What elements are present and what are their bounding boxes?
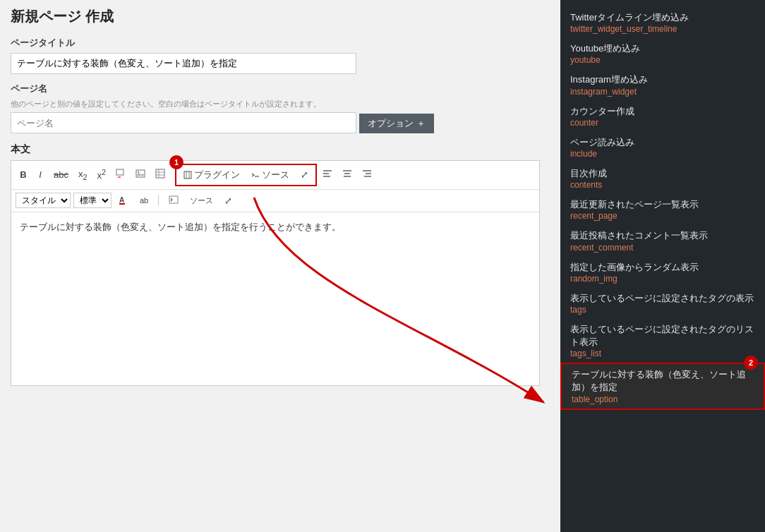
- sidebar-item-recent-page[interactable]: 最近更新されたページ一覧表示 recent_page: [560, 194, 765, 225]
- sidebar-item-counter[interactable]: カウンター作成 counter: [560, 101, 765, 132]
- editor-text: テーブルに対する装飾（色変え、ソート追加）を指定を行うことができます。: [20, 222, 341, 232]
- sidebar-item-code: youtube: [570, 55, 755, 65]
- sidebar-item-code: table_option: [572, 394, 754, 404]
- align-left-button[interactable]: [318, 167, 337, 182]
- sidebar-item-tags[interactable]: 表示しているページに設定されたタグの表示 tags: [560, 288, 765, 319]
- sidebar-item-code: instagram_widget: [570, 87, 755, 97]
- options-label: オプション: [368, 117, 414, 130]
- page-name-input[interactable]: [11, 112, 356, 133]
- italic-button[interactable]: I: [32, 167, 48, 182]
- sidebar-item-twitter[interactable]: Twitterタイムライン埋め込み twitter_widget_user_ti…: [560, 7, 765, 38]
- sidebar-item-include[interactable]: ページ読み込み include: [560, 132, 765, 163]
- sidebar-item-code: contents: [570, 180, 755, 190]
- media-button[interactable]: [151, 167, 169, 183]
- sidebar-item-title: 最近投稿されたコメント一覧表示: [570, 229, 755, 242]
- annotation-badge-1: 1: [169, 155, 183, 169]
- page-name-label: ページ名: [11, 83, 550, 95]
- page-heading: 新規ページ 作成: [11, 7, 550, 26]
- editor-toolbar-row1: B I abc x2 x2 1: [11, 161, 539, 190]
- expand-button[interactable]: ⤢: [220, 193, 236, 208]
- sidebar-item-contents[interactable]: 目次作成 contents: [560, 163, 765, 194]
- svg-line-24: [171, 200, 172, 201]
- font-color-button[interactable]: A: [114, 193, 133, 209]
- font-highlight-button[interactable]: ab: [135, 194, 152, 207]
- image-button[interactable]: [131, 167, 150, 183]
- sidebar-item-title: Youtube埋め込み: [570, 42, 755, 55]
- source-button[interactable]: ソース: [247, 167, 294, 183]
- editor-wrapper: B I abc x2 x2 1: [11, 160, 540, 386]
- sidebar-item-table-option[interactable]: 2 テーブルに対する装飾（色変え、ソート追加）を指定 table_option: [560, 363, 765, 409]
- page-name-sublabel: 他のページと別の値を設定してください。空白の場合はページタイトルが設定されます。: [11, 99, 550, 109]
- sidebar-item-code: recent_comment: [570, 243, 755, 253]
- svg-rect-7: [184, 171, 191, 179]
- svg-rect-22: [169, 196, 178, 203]
- sidebar-item-code: tags_list: [570, 349, 755, 358]
- sidebar-item-title: カウンター作成: [570, 105, 755, 118]
- svg-rect-0: [116, 169, 124, 175]
- annotation-badge-2: 2: [744, 356, 758, 370]
- sidebar: Twitterタイムライン埋め込み twitter_widget_user_ti…: [560, 0, 765, 532]
- align-center-button[interactable]: [338, 167, 356, 182]
- editor-content[interactable]: テーブルに対する装飾（色変え、ソート追加）を指定を行うことができます。: [11, 212, 539, 382]
- editor-toolbar-row2: スタイル 標準 A ab ソース ⤢: [11, 190, 539, 212]
- svg-rect-21: [119, 203, 125, 205]
- sidebar-item-code: recent_page: [570, 211, 755, 221]
- body-label: 本文: [11, 143, 550, 156]
- source-button-2[interactable]: ソース: [186, 193, 217, 208]
- bold-button[interactable]: B: [16, 167, 31, 182]
- page-title-input[interactable]: [11, 53, 356, 74]
- svg-rect-1: [136, 170, 145, 177]
- sidebar-item-code: random_img: [570, 274, 755, 284]
- sidebar-item-random-img[interactable]: 指定した画像からランダム表示 random_img: [560, 257, 765, 288]
- sidebar-item-youtube[interactable]: Youtube埋め込み youtube: [560, 38, 765, 69]
- sidebar-item-title: ページ読み込み: [570, 136, 755, 149]
- svg-rect-3: [156, 169, 164, 178]
- style-select[interactable]: スタイル: [16, 193, 71, 208]
- main-area: 新規ページ 作成 ページタイトル ページ名 他のページと別の値を設定してください…: [0, 0, 560, 532]
- page-title-label: ページタイトル: [11, 37, 550, 49]
- plugin-button[interactable]: プラグイン: [179, 167, 244, 183]
- align-right-button[interactable]: [358, 167, 376, 182]
- indent-plus-button[interactable]: [164, 193, 183, 208]
- sidebar-item-code: twitter_widget_user_timeline: [570, 24, 755, 34]
- sidebar-item-title: Instagram埋め込み: [570, 73, 755, 86]
- sidebar-item-instagram[interactable]: Instagram埋め込み instagram_widget: [560, 69, 765, 100]
- svg-text:A: A: [119, 196, 124, 204]
- plus-icon: ＋: [416, 117, 426, 130]
- sidebar-item-recent-comment[interactable]: 最近投稿されたコメント一覧表示 recent_comment: [560, 225, 765, 256]
- svg-point-2: [138, 171, 139, 173]
- sidebar-item-code: include: [570, 149, 755, 159]
- superscript-button[interactable]: x2: [93, 166, 111, 183]
- sidebar-item-code: tags: [570, 305, 755, 315]
- plugin-label: プラグイン: [194, 169, 240, 181]
- sidebar-item-title: 指定した画像からランダム表示: [570, 261, 755, 274]
- fullscreen-button[interactable]: ⤢: [296, 167, 313, 182]
- source-label: ソース: [262, 169, 289, 181]
- sidebar-item-title: 目次作成: [570, 167, 755, 180]
- sidebar-item-title: Twitterタイムライン埋め込み: [570, 11, 755, 24]
- sidebar-item-title: 表示しているページに設定されたタグの表示: [570, 292, 755, 305]
- sidebar-item-tags-list[interactable]: 表示しているページに設定されたタグのリスト表示 tags_list: [560, 319, 765, 363]
- brush-button[interactable]: [112, 167, 130, 183]
- plugin-area: 1 プラグイン ソース ⤢: [175, 164, 317, 186]
- format-select[interactable]: 標準: [73, 193, 112, 208]
- subscript-button[interactable]: x2: [74, 167, 92, 183]
- options-button[interactable]: オプション ＋: [359, 114, 434, 133]
- sidebar-item-code: counter: [570, 118, 755, 128]
- sidebar-item-title: 最近更新されたページ一覧表示: [570, 198, 755, 211]
- sidebar-item-title: テーブルに対する装飾（色変え、ソート追加）を指定: [572, 368, 754, 394]
- strike-button[interactable]: abc: [49, 167, 73, 182]
- sidebar-item-title: 表示しているページに設定されたタグのリスト表示: [570, 323, 755, 349]
